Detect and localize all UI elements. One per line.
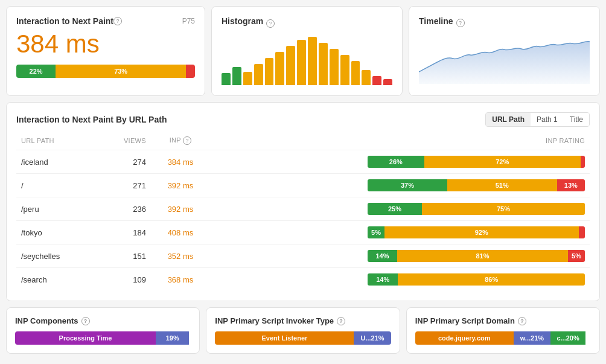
bottom-segment: c...20% [550, 331, 585, 345]
timeline-help-icon[interactable]: ? [456, 19, 465, 27]
rating-bar: 14%81%5% [368, 250, 585, 262]
table-row: /271392 ms37%51%13% [16, 174, 590, 197]
bottom-segment: code.jquery.com [415, 331, 514, 345]
histogram-bar [362, 70, 371, 85]
cell-path: /tokyo [16, 221, 97, 244]
bottom-bar: Processing Time19% [15, 331, 191, 345]
rating-segment: 5% [368, 226, 384, 238]
histogram-bars [222, 31, 392, 85]
histogram-bar [254, 64, 263, 85]
timeline-chart [419, 30, 590, 84]
cell-inp: 384 ms [151, 150, 210, 174]
table-title: Interaction to Next Paint By URL Path [16, 115, 167, 124]
tab-group: URL PathPath 1Title [485, 112, 590, 127]
bottom-segment: 19% [156, 331, 189, 345]
histogram-bar [383, 79, 392, 85]
bottom-segment: w...21% [514, 331, 550, 345]
inp-col-help-icon[interactable]: ? [183, 136, 191, 145]
histogram-bar [286, 46, 295, 85]
cell-views: 236 [97, 197, 151, 221]
cell-rating: 5%92% [210, 221, 590, 244]
bottom-card-title: INP Primary Script Domain ? [415, 316, 591, 325]
rating-bar: 5%92% [368, 226, 585, 238]
col-header-inp-rating: INP RATING [210, 134, 590, 150]
histogram-bar [275, 52, 284, 85]
tab-title[interactable]: Title [564, 113, 589, 126]
histogram-bar [351, 61, 360, 85]
rating-segment: 51% [447, 179, 557, 191]
col-header-views: VIEWS [97, 134, 151, 150]
cell-inp: 392 ms [151, 174, 210, 197]
bottom-card-title: INP Primary Script Invoker Type ? [215, 316, 391, 325]
rating-bar: 26%72% [368, 156, 585, 168]
histogram-bar [222, 73, 231, 85]
cell-path: /iceland [16, 150, 97, 174]
tab-path-1[interactable]: Path 1 [531, 113, 564, 126]
inp-bar-segment: 73% [56, 65, 186, 78]
rating-segment: 86% [398, 273, 585, 286]
bottom-help-icon[interactable]: ? [81, 317, 90, 325]
cell-views: 271 [97, 174, 151, 197]
bottom-bar: Event ListenerU...21% [215, 331, 391, 345]
table-row: /tokyo184408 ms5%92% [16, 221, 590, 244]
rating-segment: 81% [397, 250, 568, 262]
cell-rating: 26%72% [210, 150, 590, 174]
rating-segment [581, 156, 585, 168]
bottom-help-icon[interactable]: ? [518, 317, 526, 325]
bottom-bar: code.jquery.comw...21%c...20% [415, 331, 591, 345]
bottom-help-icon[interactable]: ? [337, 317, 345, 325]
table-card: Interaction to Next Paint By URL Path UR… [6, 102, 600, 301]
rating-segment: 72% [424, 156, 581, 168]
cell-inp: 368 ms [151, 268, 210, 292]
cell-path: /peru [16, 197, 97, 221]
cell-path: /seychelles [16, 244, 97, 268]
cell-rating: 37%51%13% [210, 174, 590, 197]
cell-views: 109 [97, 268, 151, 292]
cell-inp: 352 ms [151, 244, 210, 268]
rating-bar: 37%51%13% [368, 179, 585, 191]
inp-percentile: P75 [182, 17, 195, 25]
histogram-bar [243, 72, 252, 85]
histogram-bar [319, 43, 328, 85]
col-header-inp: INP ? [151, 134, 210, 150]
cell-views: 184 [97, 221, 151, 244]
histogram-help-icon[interactable]: ? [266, 19, 275, 28]
histogram-bar [340, 55, 349, 85]
bottom-segment: Processing Time [15, 331, 156, 345]
bottom-card-2: INP Primary Script Domain ?code.jquery.c… [406, 307, 600, 354]
inp-progress-bar: 22%73% [16, 65, 195, 78]
bottom-segment: Event Listener [215, 331, 354, 345]
cell-rating: 14%81%5% [210, 244, 590, 268]
timeline-card: Timeline ? [409, 6, 600, 96]
rating-segment: 13% [557, 179, 585, 191]
inp-title: Interaction to Next Paint [16, 16, 113, 26]
rating-segment: 75% [422, 203, 585, 215]
bottom-card-1: INP Primary Script Invoker Type ?Event L… [206, 307, 400, 354]
rating-segment: 5% [568, 250, 585, 262]
histogram-bar [308, 37, 317, 85]
table-row: /peru236392 ms25%75% [16, 197, 590, 221]
rating-segment: 14% [368, 273, 398, 286]
rating-segment [579, 226, 585, 238]
table-row: /search109368 ms14%86% [16, 268, 590, 292]
cell-views: 151 [97, 244, 151, 268]
inp-value: 384 ms [16, 30, 195, 59]
cell-path: /search [16, 268, 97, 292]
bottom-row: INP Components ?Processing Time19%INP Pr… [6, 307, 600, 354]
histogram-bar [372, 76, 381, 85]
inp-help-icon[interactable]: ? [113, 17, 122, 25]
inp-bar-segment [186, 65, 195, 78]
cell-inp: 408 ms [151, 221, 210, 244]
tab-url-path[interactable]: URL Path [486, 113, 531, 126]
cell-rating: 14%86% [210, 268, 590, 292]
rating-bar: 14%86% [368, 273, 585, 286]
rating-segment: 14% [368, 250, 397, 262]
rating-segment: 92% [384, 226, 579, 238]
col-header-url-path: URL PATH [16, 134, 97, 150]
rating-bar: 25%75% [368, 203, 585, 215]
histogram-bar [265, 58, 274, 85]
rating-segment: 26% [368, 156, 424, 168]
inp-card: Interaction to Next Paint ? P75 384 ms 2… [6, 6, 205, 96]
rating-segment: 37% [368, 179, 447, 191]
cell-path: / [16, 174, 97, 197]
